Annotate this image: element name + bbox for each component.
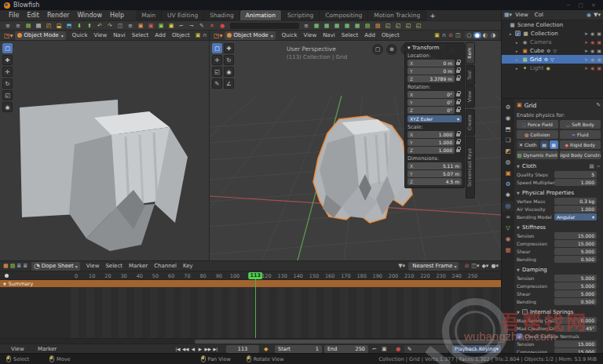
collapse-caret-icon[interactable]: ▼ [517, 191, 522, 195]
collection-checkbox[interactable]: ✓ [515, 31, 521, 36]
keying-icon[interactable]: ◆▾ [481, 263, 488, 269]
window-controls[interactable]: ─ ▢ ✕ [567, 2, 599, 9]
monitor-icon[interactable]: ⬒ [64, 22, 74, 30]
workspace-tab-scripting[interactable]: Scripting [282, 10, 320, 20]
menu-icon-2[interactable]: ≡ [13, 22, 23, 30]
snap-grid-icon[interactable]: ▦ [312, 22, 321, 30]
filter-id-icon[interactable]: ◉ [587, 12, 591, 18]
menu-edit[interactable]: Edit [23, 12, 43, 19]
lock-icon[interactable] [456, 101, 460, 104]
physics-button-rigid-body[interactable]: ◆Rigid Body [560, 140, 601, 149]
sidebar-tab-item[interactable]: Item [466, 42, 475, 64]
dope-sheet-menu-channel[interactable]: Channel [151, 263, 180, 269]
menu-icon-3[interactable]: ≡ [126, 22, 135, 30]
vp-main-mode-dropdown[interactable]: Object Mode▾ [225, 31, 276, 40]
panel-header-internal-springs[interactable]: ▼Internal Springs [517, 308, 601, 316]
snap-grid-icon-2[interactable]: ▦ [322, 22, 331, 30]
shading-rendered-icon[interactable]: ◑ [489, 32, 497, 38]
location-x-field[interactable]: X0 m [407, 60, 455, 67]
expand-caret-icon[interactable]: ▸ [516, 57, 521, 62]
tool-cursor[interactable]: ✚ [2, 55, 13, 65]
workspace-tab-shading[interactable]: Shading [204, 10, 239, 20]
tab-world[interactable]: ◍ [502, 157, 513, 167]
proportional-edit-icon[interactable]: ⊘ [448, 32, 453, 38]
vp-left-menu-select[interactable]: Select [129, 32, 152, 38]
vp-left-mode-dropdown[interactable]: Object Mode▾ [15, 31, 66, 40]
expand-caret-icon[interactable]: ▸ [516, 40, 521, 45]
outliner-row-grid[interactable]: ▸▦Grid⚙▽➤◉▣ [502, 55, 603, 64]
vp-main-menu-select[interactable]: Select [338, 32, 362, 38]
select-arrow-icon[interactable]: ➤ [584, 56, 588, 62]
keying-dropdown[interactable]: Keying ▾ [477, 345, 501, 353]
select-arrow-icon[interactable]: ➤ [584, 31, 588, 36]
editor-mini-icon-1[interactable]: ▦ [3, 263, 9, 269]
tool-scale[interactable]: ◱ [212, 67, 222, 77]
tool-move[interactable]: ✛ [212, 55, 222, 65]
dope-sheet-scrollbar[interactable] [0, 338, 501, 344]
tab-object-data[interactable]: ▽ [502, 223, 513, 233]
hide-eye-icon[interactable]: ◉ [590, 31, 594, 36]
snap-grid-icon-4[interactable]: ▦ [342, 22, 352, 30]
hide-eye-icon[interactable]: ◉ [590, 39, 594, 45]
tab-render[interactable]: ◉ [502, 113, 513, 123]
vp-main-menu-add[interactable]: Add [361, 32, 378, 38]
pin-cache-icon[interactable]: ▤ [540, 140, 549, 149]
lock-icon[interactable] [456, 141, 460, 144]
name-field[interactable] [230, 23, 299, 29]
vp-left-menu-quick[interactable]: Quick [69, 32, 91, 38]
editor-mini-icon-4[interactable]: ≣ [23, 263, 27, 269]
rotation-x-field[interactable]: X0° [407, 91, 455, 98]
panel-header-damping[interactable]: ▼Damping [517, 265, 601, 274]
rotation-order-dropdown[interactable]: XYZ Euler▾ [407, 115, 462, 122]
keyframe-area[interactable] [0, 287, 501, 338]
open-folder-icon[interactable]: ◰ [44, 22, 53, 30]
outliner-row-camera[interactable]: ▸◉Camera➤◉▣ [502, 38, 603, 46]
render-visibility-icon[interactable]: ▣ [597, 31, 601, 36]
tab-material[interactable]: ◉ [502, 234, 513, 244]
outliner-menu-view[interactable]: View [512, 12, 532, 18]
new-file-icon[interactable]: ▤ [24, 22, 33, 30]
snap-grid-icon-3[interactable]: ▦ [332, 22, 342, 30]
dope-sheet[interactable]: ▦▧≣≣◔Dope Sheet▾ViewSelectMarkerChannelK… [0, 260, 501, 344]
transform-icon[interactable]: ◱ [383, 22, 393, 30]
screen-icon[interactable]: ▣ [382, 345, 387, 353]
vp-left-editor-type-icon[interactable]: ◳▾ [4, 32, 13, 39]
select-arrow-icon[interactable]: ➤ [584, 65, 588, 71]
tab-output[interactable]: ⬒ [502, 124, 513, 134]
box-orange-icon[interactable]: ▣ [136, 22, 145, 30]
options-icon[interactable]: ●▾ [491, 263, 499, 269]
render-visibility-icon[interactable]: ▣ [597, 48, 601, 53]
current-frame-indicator[interactable]: 113 [248, 272, 262, 279]
play-reverse-button[interactable]: ◀ [189, 345, 196, 353]
transform-icon-4[interactable]: ◱ [414, 22, 423, 30]
gizmo-toggle-icon[interactable]: ▣ [196, 32, 201, 38]
outliner-menu-col[interactable]: Col [532, 12, 546, 18]
property-field-shear[interactable]: 5.000 [554, 290, 597, 297]
vp-main-menu-view[interactable]: View [301, 32, 320, 38]
active-keying-set-field[interactable]: ✎ [404, 345, 448, 353]
viewport-left[interactable]: ◳▾Object Mode▾QuickViewNaviSelectAddObje… [0, 31, 210, 260]
outliner-row-cube[interactable]: ▸▣Cube⚙▽➤◉▣ [502, 46, 603, 55]
expand-caret-icon[interactable]: ▸ [516, 66, 521, 71]
rotation-y-field[interactable]: Y0° [407, 99, 455, 106]
vp-left-menu-object[interactable]: Object [169, 32, 193, 38]
menu-window[interactable]: Window [73, 12, 106, 19]
property-field-compression[interactable]: 15.000 [554, 240, 597, 247]
shading-solid-icon[interactable]: ● [473, 32, 481, 38]
lock-icon[interactable] [456, 62, 460, 65]
pen-icon[interactable]: ✎ [197, 22, 206, 30]
menu-icon-4[interactable]: ≡ [302, 22, 311, 30]
collapse-caret-icon[interactable]: ▼ [517, 310, 522, 315]
snap-magnet-icon[interactable]: ∩ [442, 32, 446, 38]
property-field-shear[interactable]: 5.000 [554, 248, 597, 255]
hide-eye-icon[interactable]: ◉ [590, 48, 594, 53]
viewport-left-body[interactable]: ▢✚✛↻◱◉ [0, 41, 209, 260]
tool-move[interactable]: ✛ [2, 67, 13, 77]
snap-grid-icon-5[interactable]: ▦ [353, 22, 362, 30]
vp-left-menu-navi[interactable]: Navi [110, 32, 129, 38]
workspace-tab-main[interactable]: Main [136, 10, 162, 20]
hide-eye-icon[interactable]: ◉ [590, 65, 594, 71]
file-icon[interactable]: ▤ [34, 22, 43, 30]
tab-view-layer[interactable]: ❏ [502, 135, 513, 145]
export-icon[interactable]: ⬆ [85, 22, 94, 30]
